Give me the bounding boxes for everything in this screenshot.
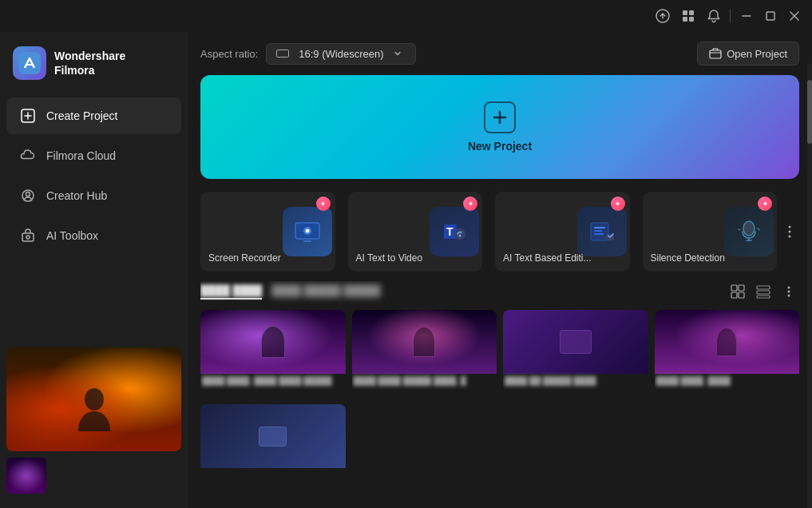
- svg-point-11: [26, 236, 30, 239]
- svg-rect-3: [683, 17, 687, 22]
- template-thumb-2: [352, 310, 497, 374]
- svg-point-9: [26, 192, 30, 196]
- sidebar-item-create-project[interactable]: Create Project: [6, 97, 181, 134]
- svg-point-44: [788, 295, 790, 297]
- svg-point-34: [789, 236, 791, 238]
- recent-thumb-small-row: [6, 458, 181, 494]
- svg-point-23: [459, 235, 461, 237]
- feature-cards-inner: ✦ Screen Recorder: [200, 192, 777, 272]
- svg-rect-39: [757, 286, 770, 289]
- svg-rect-14: [710, 50, 721, 58]
- svg-rect-2: [689, 10, 694, 15]
- template-section: ████ ████ ████ █████ █████: [200, 281, 799, 508]
- minimize-button[interactable]: [737, 6, 756, 26]
- create-project-icon: [19, 107, 37, 125]
- close-button[interactable]: [785, 6, 804, 26]
- feature-card-ai-text-to-video[interactable]: ✦ AI Text to Video T: [348, 192, 483, 272]
- more-options-icon[interactable]: [778, 281, 799, 302]
- svg-point-18: [305, 229, 309, 233]
- sidebar-item-filmora-cloud[interactable]: Filmora Cloud: [6, 137, 181, 174]
- scrollbar-thumb[interactable]: [807, 80, 812, 144]
- sidebar-item-creator-hub[interactable]: Creator Hub: [6, 177, 181, 214]
- svg-rect-37: [731, 292, 737, 298]
- template-item-1[interactable]: ████ ████, ████ ████ █████: [200, 310, 346, 398]
- svg-rect-38: [739, 292, 744, 298]
- more-button[interactable]: [780, 224, 799, 240]
- template-caption-2: ████ ████ █████ ████, █: [352, 374, 497, 387]
- template-thumb-1: [200, 310, 346, 374]
- template-caption-3: ████ ██ █████ ████: [503, 374, 648, 387]
- feature-card-ai-text-based-edit[interactable]: ✦ AI Text Based Editi...: [495, 192, 630, 272]
- open-project-button[interactable]: Open Project: [697, 42, 799, 65]
- sidebar-item-filmora-cloud-label: Filmora Cloud: [46, 149, 116, 162]
- new-project-banner[interactable]: New Project: [200, 75, 799, 179]
- svg-rect-1: [683, 10, 687, 15]
- list-view-icon[interactable]: [753, 281, 774, 302]
- template-caption-1: ████ ████, ████ ████ █████: [200, 374, 346, 387]
- feature-card-silence-detection[interactable]: ✦ Silence Detection: [643, 192, 778, 272]
- logo-section: Wondershare Filmora: [0, 40, 188, 96]
- svg-rect-13: [277, 50, 289, 58]
- svg-rect-35: [731, 285, 737, 291]
- main-layout: Wondershare Filmora Create Project Filmo…: [0, 32, 812, 508]
- aspect-ratio-dropdown[interactable]: 16:9 (Widescreen): [266, 43, 416, 65]
- top-bar: Aspect ratio: 16:9 (Widescreen): [188, 32, 812, 75]
- badge-pro-text-to-video: ✦: [463, 196, 477, 211]
- svg-point-22: [454, 228, 465, 240]
- template-thumb-4: [655, 310, 800, 374]
- feature-card-label-screen-recorder: Screen Recorder: [208, 252, 281, 264]
- svg-rect-10: [22, 233, 34, 241]
- template-item-4[interactable]: ████ ████, ████: [655, 310, 800, 398]
- grid-icon[interactable]: [679, 6, 698, 26]
- grid-view-icon[interactable]: [727, 281, 748, 302]
- aspect-ratio-value: 16:9 (Widescreen): [299, 48, 383, 60]
- recent-section: [0, 341, 188, 500]
- feature-card-label-ai-text-to-video: AI Text to Video: [356, 252, 423, 264]
- svg-rect-28: [594, 233, 604, 235]
- content-area: Aspect ratio: 16:9 (Widescreen): [188, 32, 812, 508]
- new-project-label: New Project: [468, 140, 532, 153]
- badge-pro-screen-recorder: ✦: [316, 196, 331, 211]
- bell-icon[interactable]: [704, 6, 723, 26]
- template-item-3[interactable]: ████ ██ █████ ████: [503, 310, 648, 398]
- filmora-cloud-icon: [19, 147, 37, 165]
- template-grid-row2: [200, 404, 799, 492]
- svg-rect-41: [757, 296, 770, 298]
- svg-rect-19: [303, 240, 311, 242]
- upload-icon[interactable]: [653, 6, 672, 26]
- svg-point-12: [85, 388, 104, 411]
- svg-rect-6: [18, 52, 41, 74]
- template-header: ████ ████ ████ █████ █████: [200, 281, 799, 302]
- svg-rect-27: [594, 230, 602, 232]
- feature-card-label-ai-text-based-edit: AI Text Based Editi...: [503, 252, 592, 264]
- template-item-5[interactable]: [200, 404, 346, 492]
- recent-thumb-small-1[interactable]: [6, 458, 46, 494]
- template-tab-1[interactable]: ████ ████: [200, 284, 262, 300]
- svg-point-33: [789, 231, 791, 233]
- badge-pro-silence-detection: ✦: [758, 196, 772, 211]
- window-controls: [737, 6, 804, 26]
- sidebar-item-ai-toolbox[interactable]: AI Toolbox: [6, 217, 181, 254]
- template-tab-2[interactable]: ████ █████ █████: [271, 284, 380, 300]
- template-tabs: ████ ████ ████ █████ █████: [200, 284, 380, 300]
- template-item-2[interactable]: ████ ████ █████ ████, █: [352, 310, 497, 398]
- title-bar: [0, 0, 812, 32]
- feature-card-label-silence-detection: Silence Detection: [651, 252, 725, 264]
- recent-thumb-large[interactable]: [6, 347, 181, 451]
- template-thumb-5: [200, 404, 346, 468]
- sidebar: Wondershare Filmora Create Project Filmo…: [0, 32, 188, 508]
- new-project-content: New Project: [468, 101, 532, 153]
- template-thumb-3: [503, 310, 648, 374]
- template-grid: ████ ████, ████ ████ █████ ████ ████ ███…: [200, 310, 799, 398]
- feature-card-screen-recorder[interactable]: ✦ Screen Recorder: [200, 192, 335, 272]
- open-project-label: Open Project: [727, 48, 787, 60]
- svg-rect-5: [766, 12, 774, 20]
- svg-rect-40: [757, 291, 770, 294]
- svg-point-43: [788, 291, 790, 293]
- svg-rect-36: [739, 285, 744, 291]
- svg-rect-4: [689, 17, 694, 22]
- sidebar-item-creator-hub-label: Creator Hub: [46, 189, 107, 202]
- template-caption-4: ████ ████, ████: [655, 374, 800, 387]
- scrollbar-track[interactable]: [807, 64, 812, 508]
- maximize-button[interactable]: [761, 6, 780, 26]
